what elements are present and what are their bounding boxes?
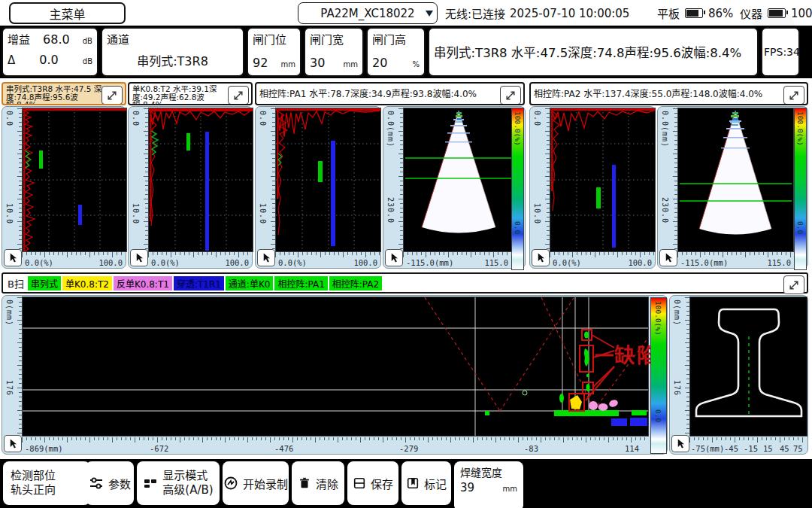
sliders-icon <box>89 476 104 491</box>
bscan-legend-bar: B扫 串列式 单K0.8:T2 反单K0.8:T1 穿透:T1R1 通道:单K0… <box>2 272 808 294</box>
panel3-sector-haxis-left: -115.0(mm) <box>406 258 453 267</box>
legend-chip-k08-t2[interactable]: 单K0.8:T2 <box>62 276 112 291</box>
gate-position-unit: mm <box>281 60 295 68</box>
bscan-tick: -83 <box>524 444 538 453</box>
delta-label: Δ <box>8 53 15 67</box>
mark-button[interactable]: 标记 <box>401 461 451 505</box>
legend-chip-k0[interactable]: 通道:单K0 <box>226 276 274 291</box>
channel-value: 串列式:T3R8 <box>107 51 238 69</box>
gate-height-unit: % <box>412 60 420 68</box>
gain-field[interactable]: 增益68.0dB Δ0.0dB <box>2 27 98 77</box>
start-record-button[interactable]: 开始录制 <box>223 461 289 505</box>
battery-icon <box>768 8 786 18</box>
panel3-sector-image <box>404 108 514 251</box>
cursor-tool-button[interactable] <box>257 249 275 266</box>
main-menu-button[interactable]: 主菜单 <box>9 2 126 24</box>
panel4-sector-image <box>678 108 793 251</box>
panel1-haxis-left: 0.0(%) <box>25 258 53 267</box>
panel2-vaxis-top: 0.0 <box>132 111 140 126</box>
weld-width-value: 39 <box>460 481 474 494</box>
panel2-plot[interactable] <box>148 108 253 252</box>
cursor-tool-button[interactable] <box>130 249 148 266</box>
panel3-header[interactable]: 相控阵:PA1 水平:78.7深度:34.9声程:93.8波幅:4.0% <box>255 82 525 105</box>
instrument-battery-pct: 100% <box>791 7 812 20</box>
panel3-amplitude-colorbar: 100.0(%) 0.0 <box>511 108 524 270</box>
gate-width-field[interactable]: 闸门宽 30mm <box>304 27 364 77</box>
panel1-vaxis-bottom: 10.0 <box>5 203 14 224</box>
panel3-sector-vaxis-bottom: 230.0 <box>386 197 395 224</box>
legend-chip-pa2[interactable]: 相控阵:PA2 <box>329 276 382 291</box>
chevron-down-icon <box>426 11 433 17</box>
panel2-header[interactable]: 单K0.8:T2 水平:39.1深度:49.2声程:62.8波幅:8.4% <box>128 82 253 105</box>
gate-position-label: 闸门位 <box>253 31 295 47</box>
panel3-haxis-left: 0.0(%) <box>278 258 307 267</box>
cursor-tool-button[interactable] <box>385 249 403 266</box>
channel-field[interactable]: 通道 串列式:T3R8 <box>101 27 244 77</box>
trash-icon <box>298 476 311 490</box>
gain-unit: dB <box>83 37 92 45</box>
mark-label: 标记 <box>424 476 447 491</box>
expand-icon[interactable] <box>783 86 804 105</box>
panel2-haxis-right: 100.0 <box>225 258 249 267</box>
panel1-plot[interactable] <box>22 108 127 252</box>
legend-chip-rev-k08-t1[interactable]: 反单K0.8:T1 <box>114 276 172 291</box>
inspect-position-button[interactable]: 检测部位轨头正向 <box>3 461 90 505</box>
panel1-header[interactable]: 串列式:T3R8 水平:47.5 深度:74.8声程:95.6波幅:8.4% <box>2 82 126 105</box>
panel4-header[interactable]: 相控阵:PA2 水平:137.4深度:55.0声程:148.0波幅:4.0% <box>529 82 808 105</box>
bscan-amplitude-colorbar: 100.0(%) 0.0 <box>650 297 667 454</box>
panel3-header-text: 相控阵:PA1 水平:78.7深度:34.9声程:93.8波幅:4.0% <box>259 90 477 99</box>
channel-label: 通道 <box>107 31 238 47</box>
panel1-haxis-right: 100.0 <box>98 258 123 267</box>
panel3-sector-plot[interactable] <box>403 108 514 252</box>
panel3-plot[interactable] <box>275 108 381 252</box>
panel3-ascan-trace <box>276 108 380 251</box>
gain-label: 增益 <box>8 31 30 47</box>
cursor-tool-button[interactable] <box>659 249 677 266</box>
device-dropdown[interactable]: PA22M_XC18022 <box>298 2 438 24</box>
bscan-panel: 0(mm) 176 <box>2 295 668 455</box>
gate-position-field[interactable]: 闸门位 92mm <box>247 27 301 77</box>
measurement-readout: 串列式:T3R8 水平:47.5深度:74.8声程:95.6波幅:8.4% <box>428 27 759 77</box>
bscan-tick: 114 <box>625 444 639 453</box>
display-mode-button[interactable]: 显示模式高级(A/B) <box>137 461 220 505</box>
gate-height-field[interactable]: 闸门高 20% <box>366 27 426 77</box>
legend-chip-pa1[interactable]: 相控阵:PA1 <box>274 276 327 291</box>
panel4-sector-plot[interactable] <box>677 108 794 252</box>
parameters-button[interactable]: 参数 <box>86 461 134 505</box>
instrument-label: 仪器 <box>740 5 762 21</box>
panel4-vaxis-bottom: 10.0 <box>533 203 541 224</box>
display-mode-line2: 高级(A/B) <box>162 483 213 497</box>
rail-profile-panel: 0(mm) 176 -75(mm) -45 -15 15 45 75 <box>669 295 808 455</box>
clear-button[interactable]: 清除 <box>292 461 344 505</box>
expand-icon[interactable] <box>783 275 804 294</box>
cursor-tool-button[interactable] <box>671 435 689 452</box>
panel4-ascan: 0.0 10.0 0.0(%) 100.0 <box>529 106 656 269</box>
save-icon <box>353 476 366 490</box>
panel4-plot[interactable] <box>550 108 656 252</box>
cursor-tool-button[interactable] <box>4 249 22 266</box>
bscan-vaxis-top: 0(mm) <box>5 300 14 326</box>
cursor-tool-button[interactable] <box>532 249 550 266</box>
record-icon <box>223 476 238 491</box>
device-name: PA22M_XC18022 <box>320 7 414 20</box>
cursor-tool-button[interactable] <box>4 435 22 452</box>
expand-icon[interactable] <box>102 86 123 105</box>
rail-tick: -15 <box>744 444 758 453</box>
bscan-plot[interactable] <box>22 297 649 437</box>
panel2-header-text: 单K0.8:T2 水平:39.1深度:49.2声程:62.8波幅:8.4% <box>132 84 217 105</box>
panel4-sector-vaxis-bottom: 230.0 <box>661 197 669 224</box>
rail-profile-plot[interactable] <box>689 297 807 437</box>
panel4-header-text: 相控阵:PA2 水平:137.4深度:55.0声程:148.0波幅:4.0% <box>534 90 762 99</box>
gate-height-value: 20 <box>372 56 387 70</box>
bscan-tick: -869(mm) <box>25 444 63 453</box>
rail-cross-section <box>690 297 807 436</box>
weld-width-field[interactable]: 焊缝宽度 39mm <box>454 461 523 508</box>
legend-chip-tandem[interactable]: 串列式 <box>28 276 61 291</box>
panel2-vaxis-bottom: 10.0 <box>132 203 140 224</box>
expand-icon[interactable] <box>228 86 249 105</box>
legend-chip-through[interactable]: 穿透:T1R1 <box>174 276 224 291</box>
save-button[interactable]: 保存 <box>347 461 398 505</box>
panel4-vaxis-top: 0.0 <box>533 111 541 126</box>
expand-icon[interactable] <box>500 86 521 105</box>
colorbar-bottom-label: 0.0 <box>654 409 662 422</box>
